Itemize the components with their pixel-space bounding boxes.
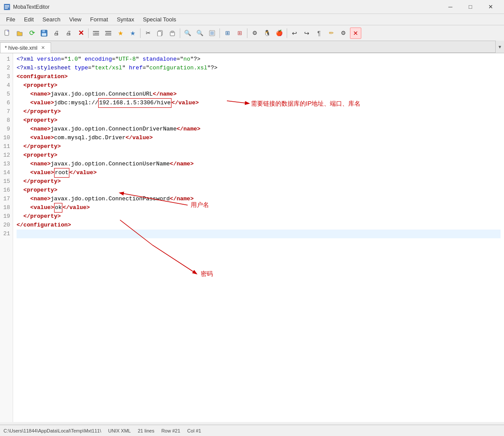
menu-view[interactable]: View [65,15,86,24]
redo-button[interactable]: ↪ [301,27,312,39]
paste-button[interactable] [167,27,178,39]
code-line-7: </property> [17,107,501,116]
svg-marker-15 [105,33,106,34]
bookmark1-button[interactable]: ★ [115,27,126,39]
line-numbers: 12345 678910 1112131415 1617181920 21 [0,53,13,422]
close3-button[interactable]: ✕ [350,27,361,39]
menu-syntax[interactable]: Syntax [113,15,139,24]
editor-container: 12345 678910 1112131415 1617181920 21 <?… [0,53,504,422]
code-line-11: </property> [17,142,501,151]
code-editor[interactable]: <?xml version="1.0" encoding="UTF-8" sta… [13,53,504,422]
print-preview-button[interactable]: 🖨 [51,27,62,39]
maximize-button[interactable]: □ [460,0,480,14]
tab-close-button[interactable]: ✕ [40,45,46,51]
macro1-button[interactable]: ⊞ [222,27,233,39]
svg-rect-21 [210,31,214,35]
sep2 [140,28,141,38]
indent-button[interactable] [90,27,102,39]
select-all-button[interactable] [206,27,218,39]
tab-scroll-button[interactable]: ▼ [495,41,504,53]
window-controls: ─ □ ✕ [440,0,501,14]
sep6 [287,28,287,38]
status-path: C:\Users\11844\AppData\Local\Temp\Mxt111… [3,428,101,433]
unindent-button[interactable] [103,27,114,39]
code-line-20: </configuration> [17,221,501,230]
code-line-21 [17,230,501,238]
svg-rect-6 [42,30,45,32]
menu-edit[interactable]: Edit [20,15,38,24]
pilcrow-button[interactable]: ¶ [313,27,325,39]
tool3-button[interactable]: 🍎 [274,27,285,39]
status-row: Row #21 [161,428,180,433]
minimize-button[interactable]: ─ [440,0,460,14]
status-lines: 21 lines [138,428,154,433]
menu-format[interactable]: Format [86,15,113,24]
code-line-1: <?xml version="1.0" encoding="UTF-8" sta… [17,55,501,64]
sep5 [247,28,247,38]
code-line-18: <value>ok</value> [17,203,501,212]
tool1-button[interactable]: ⚙ [249,27,261,39]
status-bar: C:\Users\11844\AppData\Local\Temp\Mxt111… [0,425,504,436]
code-line-19: </property> [17,212,501,221]
svg-text:密码: 密码 [201,270,213,277]
macro2-button[interactable]: ⊞ [234,27,245,39]
app-title: MobaTextEditor [13,4,440,10]
plugin-button[interactable]: ⚙ [338,27,349,39]
svg-rect-17 [158,31,161,36]
code-line-8: <property> [17,116,501,125]
toolbar: ⟳ 🖨 🖨 ✕ ★ ★ ✂ 🔍 🔍 ⊞ ⊞ ⚙ 🐧 🍎 ↩ ↪ ¶ ✏ ⚙ ✕ [0,25,504,41]
code-line-13: <name>javax.jdo.option.ConnectionUserNam… [17,160,501,168]
svg-rect-2 [5,7,9,7]
svg-rect-3 [5,8,8,9]
svg-marker-11 [93,33,94,34]
tab-bar: * hive-site.xml ✕ ▼ [0,41,504,53]
open-button[interactable] [14,27,25,39]
code-line-16: <property> [17,186,501,195]
menu-file[interactable]: File [2,15,20,24]
sep4 [219,28,220,38]
code-line-4: <property> [17,81,501,90]
app-icon [3,3,10,11]
undo-button[interactable]: ↩ [289,27,300,39]
tool2-button[interactable]: 🐧 [261,27,273,39]
svg-rect-19 [171,31,174,33]
find-button[interactable]: 🔍 [182,27,193,39]
code-line-10: <value>com.mysql.jdbc.Driver</value> [17,134,501,142]
menu-bar: File Edit Search View Format Syntax Spec… [0,14,504,25]
reload-button[interactable]: ⟳ [26,27,38,39]
code-line-15: </property> [17,177,501,186]
code-line-17: <name>javax.jdo.option.ConnectionPasswor… [17,195,501,203]
status-col: Col #1 [187,428,201,433]
copy-button[interactable] [154,27,166,39]
code-line-2: <?xml-stylesheet type="text/xsl" href="c… [17,64,501,72]
title-bar: MobaTextEditor ─ □ ✕ [0,0,504,14]
svg-rect-1 [5,5,9,6]
find-replace-button[interactable]: 🔍 [194,27,206,39]
sep1 [88,28,89,38]
code-line-6: <value>jdbc:mysql://192.168.1.5:3306/hiv… [17,99,501,107]
cut-button[interactable]: ✂ [142,27,154,39]
close-button[interactable]: ✕ [480,0,501,14]
status-encoding: UNIX XML [108,428,131,433]
file-tab[interactable]: * hive-site.xml ✕ [0,42,51,53]
print-button[interactable]: 🖨 [63,27,74,39]
close-file-button[interactable]: ✕ [75,27,86,39]
new-button[interactable] [2,27,13,39]
code-line-12: <property> [17,151,501,160]
code-line-3: <configuration> [17,72,501,81]
pen-button[interactable]: ✏ [326,27,337,39]
svg-rect-7 [42,33,46,36]
tab-label: * hive-site.xml [5,45,38,51]
code-line-9: <name>javax.jdo.option.ConnectionDriverN… [17,125,501,134]
sep3 [180,28,180,38]
menu-search[interactable]: Search [38,15,65,24]
save-button[interactable] [38,27,50,39]
menu-special-tools[interactable]: Special Tools [138,15,180,24]
code-line-5: <name>javax.jdo.option.ConnectionURL</na… [17,90,501,99]
bookmark2-button[interactable]: ★ [127,27,138,39]
code-line-14: <value>root</value> [17,168,501,177]
